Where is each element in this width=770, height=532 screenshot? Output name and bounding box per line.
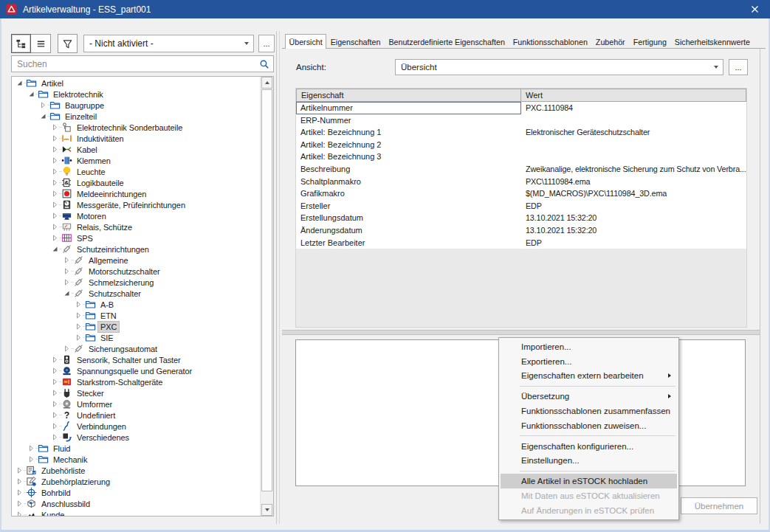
tree-item-allgemeine[interactable]: Allgemeine: [12, 255, 261, 266]
property-name[interactable]: Artikel: Bezeichnung 2: [296, 139, 521, 151]
scroll-down-button[interactable]: [261, 504, 272, 516]
tree-item-klemmen[interactable]: Klemmen: [12, 155, 261, 166]
column-header-wert[interactable]: Wert: [520, 89, 746, 102]
property-row-artikel-bezeichnung-3[interactable]: Artikel: Bezeichnung 3: [296, 151, 746, 163]
search-icon[interactable]: [255, 58, 273, 70]
property-name[interactable]: Artikel: Bezeichnung 1: [296, 126, 521, 139]
apply-button[interactable]: Übernehmen: [681, 497, 757, 514]
expander-collapsed-icon[interactable]: [51, 179, 59, 187]
property-row-erstellungsdatum[interactable]: Erstellungsdatum13.10.2021 15:32:20: [296, 212, 746, 224]
property-value[interactable]: Elektronischer Geräteschutzschalter: [521, 126, 746, 139]
expander-collapsed-icon[interactable]: [51, 411, 59, 419]
tree-item-schutzschalter[interactable]: Schutzschalter: [12, 288, 261, 299]
expander-expanded-icon[interactable]: [51, 245, 59, 253]
filter-button[interactable]: [58, 34, 78, 53]
property-name[interactable]: Ersteller: [296, 200, 521, 213]
menu-item-übersetzung[interactable]: Übersetzung: [501, 389, 677, 404]
tree-item-sensorik-schalter-und-taster[interactable]: Sensorik, Schalter und Taster: [12, 354, 261, 365]
property-value[interactable]: Zweikanalige, elektronische Sicherung zu…: [521, 163, 746, 176]
property-row-schaltplanmakro[interactable]: SchaltplanmakroPXC\1110984.ema: [296, 176, 746, 188]
tree-item-zubehörliste[interactable]: Zubehörliste: [12, 465, 261, 476]
property-row-ersteller[interactable]: ErstellerEDP: [296, 200, 746, 213]
expander-expanded-icon[interactable]: [39, 112, 47, 120]
tree-item-schutzeinrichtungen[interactable]: Schutzeinrichtungen: [12, 243, 261, 255]
expander-collapsed-icon[interactable]: [51, 212, 59, 220]
expander-collapsed-icon[interactable]: [51, 201, 59, 209]
expander-collapsed-icon[interactable]: [16, 466, 24, 474]
expander-collapsed-icon[interactable]: [51, 156, 59, 165]
tree-item-kunde[interactable]: Kunde: [12, 509, 261, 517]
menu-item-einstellungen[interactable]: Einstellungen...: [501, 454, 677, 469]
property-row-grafikmakro[interactable]: Grafikmakro$(MD_MACROS)\PXC\1110984_3D.e…: [296, 187, 746, 200]
menu-item-eigenschaften-konfigurieren[interactable]: Eigenschaften konfigurieren...: [501, 439, 677, 454]
tree-item-sicherungsautomat[interactable]: Sicherungsautomat: [12, 343, 261, 354]
tab-fertigung[interactable]: Fertigung: [629, 35, 670, 49]
property-name[interactable]: Änderungsdatum: [296, 224, 521, 237]
expander-collapsed-icon[interactable]: [51, 134, 59, 142]
expander-collapsed-icon[interactable]: [51, 356, 59, 364]
tree-item-stecker[interactable]: Stecker: [12, 387, 261, 398]
property-row-änderungsdatum[interactable]: Änderungsdatum13.10.2021 15:32:20: [296, 224, 746, 237]
tree-item-starkstrom-schaltgeräte[interactable]: Starkstrom-Schaltgeräte: [12, 376, 261, 387]
tree-item-fluid[interactable]: Fluid: [12, 443, 261, 454]
expander-collapsed-icon[interactable]: [51, 145, 59, 153]
expander-collapsed-icon[interactable]: [51, 433, 59, 441]
expander-collapsed-icon[interactable]: [51, 223, 59, 231]
tab-zubehör[interactable]: Zubehör: [591, 35, 629, 49]
expander-collapsed-icon[interactable]: [75, 334, 83, 342]
property-value[interactable]: 13.10.2021 15:32:20: [521, 224, 746, 237]
tree-item-bohrbild[interactable]: Bohrbild: [12, 487, 261, 498]
property-row-artikel-bezeichnung-2[interactable]: Artikel: Bezeichnung 2: [296, 139, 746, 151]
tree-item-artikel[interactable]: Artikel: [12, 77, 261, 89]
tree-item-leuchte[interactable]: Leuchte: [12, 166, 261, 177]
tree-item-etn[interactable]: ETN: [12, 310, 261, 321]
tree-item-pxc[interactable]: PXC: [12, 321, 261, 332]
tree-item-elektrotechnik-sonderbauteile[interactable]: Elektrotechnik Sonderbauteile: [12, 122, 261, 133]
tab-übersicht[interactable]: Übersicht: [285, 34, 326, 49]
menu-item-importieren[interactable]: Importieren...: [501, 339, 677, 354]
tree-item-induktivitäten[interactable]: Induktivitäten: [12, 133, 261, 144]
property-value[interactable]: 13.10.2021 15:32:20: [521, 212, 746, 224]
expander-collapsed-icon[interactable]: [16, 477, 24, 486]
tree-item-sie[interactable]: SIE: [12, 332, 261, 343]
property-name[interactable]: Grafikmakro: [296, 187, 521, 200]
property-row-beschreibung[interactable]: BeschreibungZweikanalige, elektronische …: [296, 163, 746, 176]
column-header-eigenschaft[interactable]: Eigenschaft: [296, 89, 521, 102]
search-input[interactable]: [12, 58, 255, 70]
tab-sicherheitskennwerte[interactable]: Sicherheitskennwerte: [670, 35, 754, 49]
tree-item-umformer[interactable]: Umformer: [12, 398, 261, 410]
property-row-artikelnummer[interactable]: ArtikelnummerPXC.1110984: [296, 102, 746, 114]
panel-divider[interactable]: [276, 31, 277, 524]
property-name[interactable]: Schaltplanmakro: [296, 176, 521, 188]
tree-item-zubehörplatzierung[interactable]: Zubehörplatzierung: [12, 476, 261, 487]
tree-item-sps[interactable]: SPS: [12, 232, 261, 243]
tree-item-elektrotechnik[interactable]: Elektrotechnik: [12, 89, 261, 100]
expander-collapsed-icon[interactable]: [75, 322, 83, 331]
expander-collapsed-icon[interactable]: [63, 278, 71, 286]
tree-item-verbindungen[interactable]: Verbindungen: [12, 421, 261, 432]
expander-collapsed-icon[interactable]: [16, 500, 24, 508]
expander-collapsed-icon[interactable]: [16, 511, 24, 517]
tree-item-kabel[interactable]: Kabel: [12, 144, 261, 155]
expander-collapsed-icon[interactable]: [51, 422, 59, 430]
property-row-artikel-bezeichnung-1[interactable]: Artikel: Bezeichnung 1Elektronischer Ger…: [296, 126, 746, 139]
view-more-button[interactable]: ...: [729, 59, 748, 75]
property-value[interactable]: EDP: [521, 237, 746, 249]
expander-expanded-icon[interactable]: [27, 90, 35, 98]
expander-expanded-icon[interactable]: [16, 79, 24, 87]
tree-view-button[interactable]: [11, 34, 31, 53]
scroll-thumb[interactable]: [261, 89, 272, 491]
property-name[interactable]: Erstellungsdatum: [296, 212, 521, 224]
expander-collapsed-icon[interactable]: [51, 389, 59, 397]
expander-collapsed-icon[interactable]: [63, 267, 71, 275]
expander-collapsed-icon[interactable]: [27, 444, 35, 452]
scroll-up-button[interactable]: [261, 77, 272, 89]
expander-collapsed-icon[interactable]: [63, 256, 71, 264]
expander-collapsed-icon[interactable]: [39, 101, 47, 109]
tree-item-messgeräte-prüfeinrichtungen[interactable]: Messgeräte, Prüfeinrichtungen: [12, 199, 261, 210]
expander-expanded-icon[interactable]: [63, 289, 71, 297]
tree-item-motorschutzschalter[interactable]: Motorschutzschalter: [12, 266, 261, 277]
tab-funktionsschablonen[interactable]: Funktionsschablonen: [509, 35, 591, 49]
expander-collapsed-icon[interactable]: [75, 311, 83, 319]
expander-collapsed-icon[interactable]: [51, 167, 59, 176]
